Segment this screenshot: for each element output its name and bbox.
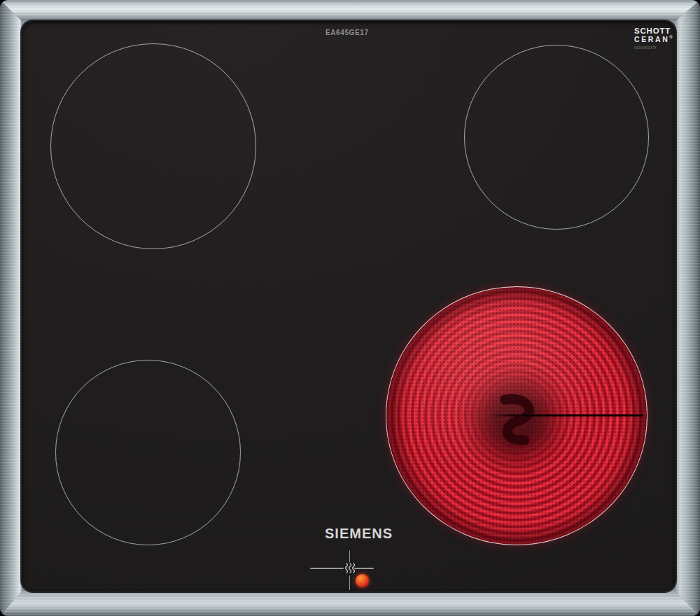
frame-left	[0, 0, 22, 616]
frame-top	[0, 0, 700, 21]
hot-surface-indicator	[308, 547, 378, 592]
registered-mark: ®	[669, 35, 672, 39]
element-divider-line	[490, 414, 643, 416]
model-label: EA645GE17	[326, 29, 369, 36]
brand-logo: SIEMENS	[325, 526, 393, 542]
element-center-swirl	[465, 369, 564, 467]
ceramic-hob: EA645GE17 SCHOTT CERAN® 9000953378 SIEME…	[0, 0, 700, 616]
cooking-zone-front-left	[55, 360, 241, 545]
cooking-zone-rear-right	[464, 45, 649, 230]
heat-waves-icon	[344, 562, 356, 575]
ceran-text: CERAN®	[634, 35, 683, 43]
crosshair-line-right	[354, 568, 374, 569]
residual-heat-dot	[356, 574, 369, 587]
schott-text: SCHOTT	[634, 27, 683, 35]
schott-ceran-badge: SCHOTT CERAN® 9000953378	[634, 27, 683, 50]
serial-number: 9000953378	[634, 46, 683, 50]
crosshair-line-left	[310, 568, 344, 569]
crosshair-line-bottom	[349, 575, 351, 590]
cooking-zone-rear-left	[50, 43, 256, 249]
frame-bottom	[0, 592, 700, 616]
frame-right	[676, 0, 700, 616]
crosshair-line-top	[349, 550, 351, 562]
